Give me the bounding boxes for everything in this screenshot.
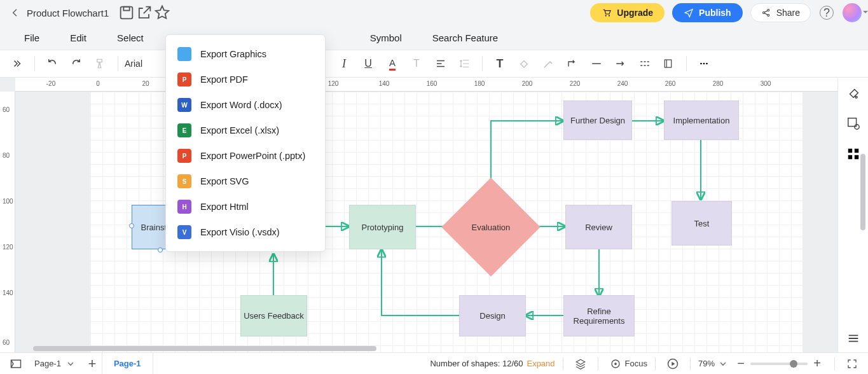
cart-icon — [602, 8, 612, 18]
node-design[interactable]: Design — [459, 295, 526, 336]
menu-search[interactable]: Search Feature — [432, 32, 498, 43]
font-color-icon[interactable]: A — [382, 53, 403, 74]
help-icon[interactable]: ? — [820, 6, 834, 20]
page-dropdown[interactable]: Page-1 — [25, 359, 83, 368]
vertical-scrollbar[interactable] — [860, 154, 865, 230]
zoom-level[interactable]: 79% — [698, 359, 715, 368]
chevron-down-icon — [67, 361, 74, 367]
line-spacing-icon[interactable] — [454, 53, 476, 74]
zoom-in-icon[interactable]: + — [808, 354, 827, 373]
menu-file[interactable]: File — [24, 32, 39, 43]
user-avatar[interactable] — [843, 3, 862, 22]
svg-point-3 — [609, 15, 610, 17]
menu-symbol[interactable]: Symbol — [370, 32, 402, 43]
right-panel — [837, 78, 868, 352]
export-menu-item[interactable]: VExport Visio (.vsdx) — [166, 219, 325, 245]
format-painter-icon[interactable] — [90, 53, 111, 74]
ruler-tick: 280 — [713, 80, 724, 87]
add-page-button[interactable]: + — [83, 354, 102, 373]
stroke-color-icon[interactable] — [537, 53, 559, 74]
text-style-icon[interactable]: T — [406, 53, 427, 74]
node-label: Test — [694, 219, 710, 228]
ruler-tick: 100 — [3, 198, 13, 205]
export-menu-item[interactable]: WExport Word (.docx) — [166, 92, 325, 118]
menu-select[interactable]: Select — [117, 32, 144, 43]
export-menu-item[interactable]: PExport PDF — [166, 67, 325, 92]
node-prototyping[interactable]: Prototyping — [349, 205, 416, 249]
svg-point-21 — [854, 125, 858, 129]
redo-icon[interactable] — [65, 53, 87, 74]
file-type-icon: S — [177, 174, 191, 188]
file-type-icon — [177, 47, 191, 61]
arrow-style-icon[interactable] — [610, 53, 631, 74]
export-menu: Export GraphicsPExport PDFWExport Word (… — [165, 34, 326, 252]
back-button[interactable] — [6, 4, 24, 22]
pages-panel-icon[interactable] — [6, 354, 25, 373]
star-icon[interactable] — [153, 4, 171, 22]
right-panel-menu-icon[interactable] — [844, 329, 862, 347]
line-style-icon[interactable] — [586, 53, 607, 74]
horizontal-scrollbar[interactable] — [33, 346, 376, 351]
node-test[interactable]: Test — [672, 201, 732, 246]
ruler-tick: 80 — [3, 152, 10, 159]
canvas[interactable]: Brainstorm Prototyping Evaluation Review… — [15, 92, 837, 352]
fill-icon[interactable] — [513, 53, 535, 74]
node-label: Design — [479, 311, 505, 321]
ruler-tick: 60 — [3, 106, 10, 113]
share-button[interactable]: Share — [750, 3, 811, 22]
document-title: Product Flowchart1 — [27, 8, 109, 18]
ruler-tick: 240 — [617, 80, 628, 87]
svg-point-10 — [706, 63, 708, 65]
expand-link[interactable]: Expand — [527, 359, 555, 368]
selection-handle[interactable] — [129, 223, 134, 228]
zoom-slider[interactable] — [750, 363, 808, 365]
fill-bucket-icon[interactable] — [844, 84, 862, 102]
export-menu-item[interactable]: SExport SVG — [166, 169, 325, 194]
layers-icon[interactable] — [571, 354, 590, 373]
node-further-design[interactable]: Further Design — [563, 100, 632, 140]
ruler-tick: 180 — [474, 80, 485, 87]
node-label: Implementation — [673, 116, 730, 125]
apps-grid-icon[interactable] — [844, 145, 862, 163]
publish-label: Publish — [699, 8, 731, 18]
zoom-out-icon[interactable]: − — [731, 354, 750, 373]
node-review[interactable]: Review — [565, 205, 632, 249]
layout-icon[interactable] — [658, 53, 680, 74]
expand-panel-icon[interactable] — [6, 53, 28, 74]
focus-icon[interactable] — [606, 354, 625, 373]
export-menu-item[interactable]: PExport PowerPoint (.pptx) — [166, 143, 325, 169]
selection-handle[interactable] — [158, 247, 163, 253]
node-users-feedback[interactable]: Users Feedback — [240, 295, 307, 336]
page-dropdown-label: Page-1 — [34, 359, 61, 368]
save-icon[interactable] — [118, 4, 135, 22]
ruler-horizontal: -20 0 20 120 140 160 180 200 220 240 260… — [15, 78, 837, 92]
publish-button[interactable]: Publish — [672, 3, 743, 22]
undo-icon[interactable] — [41, 53, 63, 74]
svg-point-6 — [768, 15, 769, 17]
shape-settings-icon[interactable] — [844, 114, 862, 132]
ruler-tick: 20 — [142, 80, 149, 87]
export-menu-item[interactable]: Export Graphics — [166, 41, 325, 67]
upgrade-button[interactable]: Upgrade — [590, 3, 665, 22]
export-menu-label: Export Word (.docx) — [200, 100, 282, 110]
svg-rect-24 — [848, 155, 851, 159]
presentation-icon[interactable] — [663, 354, 682, 373]
more-icon[interactable] — [693, 53, 715, 74]
page-tab[interactable]: Page-1 — [102, 353, 153, 374]
export-menu-item[interactable]: EExport Excel (.xlsx) — [166, 118, 325, 143]
align-icon[interactable] — [430, 53, 451, 74]
font-family[interactable]: Arial — [125, 59, 163, 69]
export-menu-item[interactable]: HExport Html — [166, 194, 325, 219]
menu-edit[interactable]: Edit — [70, 32, 86, 43]
open-external-icon[interactable] — [135, 4, 153, 22]
ruler-tick: 140 — [379, 80, 390, 87]
text-tool-icon[interactable]: T — [489, 53, 511, 74]
node-refine[interactable]: Refine Requirements — [563, 295, 635, 336]
ruler-tick: 300 — [761, 80, 771, 87]
underline-icon[interactable]: U — [357, 53, 379, 74]
dash-style-icon[interactable] — [634, 53, 656, 74]
node-implementation[interactable]: Implementation — [664, 100, 739, 140]
connector-style-icon[interactable] — [561, 53, 583, 74]
fullscreen-icon[interactable] — [843, 354, 862, 373]
italic-icon[interactable]: I — [333, 53, 355, 74]
